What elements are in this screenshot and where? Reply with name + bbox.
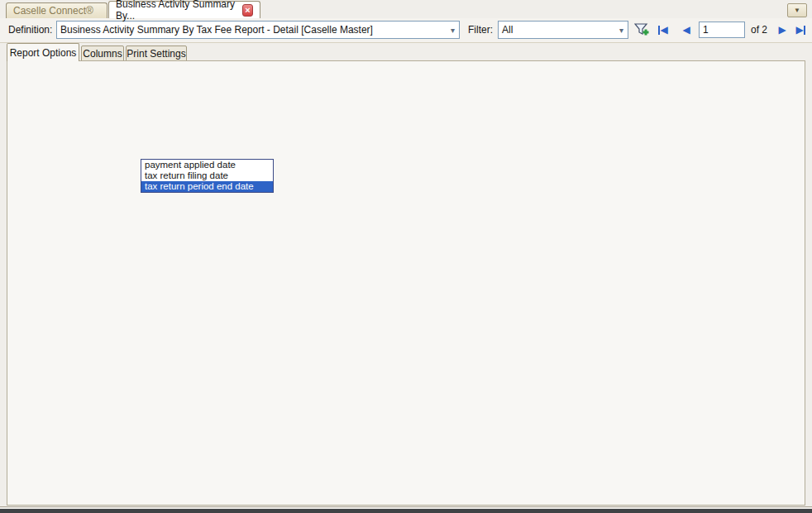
tab-columns-label: Columns [83,48,122,60]
application-window: Caselle Connect® Business Activity Summa… [0,0,812,513]
include-transactions-dropdown-list: payment applied date tax return filing d… [141,159,274,193]
arrow: ▶ [795,24,803,36]
arrow: ◀ [682,24,690,36]
bar [804,26,805,35]
chevron-down-icon: ▾ [447,26,459,35]
record-number-input[interactable]: 1 [699,22,745,38]
filter-label: Filter: [468,24,493,36]
tab-print-settings-label: Print Settings [127,48,185,60]
definition-label: Definition: [8,24,52,36]
tab-caselle-connect-label: Caselle Connect® [13,5,93,17]
last-record-icon[interactable]: ▶ [792,22,809,37]
arrow: ▶ [778,24,786,36]
arrow: ◀ [660,24,667,36]
tab-report[interactable]: Business Activity Summary By... × [108,1,260,18]
next-record-icon[interactable]: ▶ [774,22,791,37]
tab-columns[interactable]: Columns [81,46,124,61]
tab-print-settings[interactable]: Print Settings [126,46,187,61]
tab-caselle-connect[interactable]: Caselle Connect® [6,2,107,18]
tab-report-options-label: Report Options [10,47,77,59]
report-options-panel [7,60,805,506]
funnel-plus-icon [634,22,649,37]
chevron-down-icon: ▼ [794,7,800,14]
record-count-label: of 2 [751,24,767,36]
tab-report-options[interactable]: Report Options [7,43,79,61]
chevron-down-icon: ▾ [615,26,628,35]
bottom-bar [0,509,812,513]
dropdown-option-payment-applied-date[interactable]: payment applied date [141,160,273,170]
dropdown-option-tax-return-filing-date[interactable]: tax return filing date [141,170,273,181]
dropdown-option-tax-return-period-end-date[interactable]: tax return period end date [141,181,273,192]
definition-value: Business Activity Summary By Tax Fee Rep… [57,24,447,36]
tab-overflow-button[interactable]: ▼ [787,3,807,17]
filter-value: All [499,24,615,36]
first-record-icon[interactable]: ◀ [655,22,671,37]
record-number-value: 1 [703,24,709,36]
filter-select[interactable]: All ▾ [498,21,628,39]
previous-record-icon[interactable]: ◀ [678,22,695,37]
filter-add-icon[interactable] [633,22,650,38]
close-tab-icon[interactable]: × [242,4,253,17]
tab-report-label: Business Activity Summary By... [116,0,236,22]
bottom-divider [0,506,812,507]
definition-select[interactable]: Business Activity Summary By Tax Fee Rep… [56,21,460,39]
